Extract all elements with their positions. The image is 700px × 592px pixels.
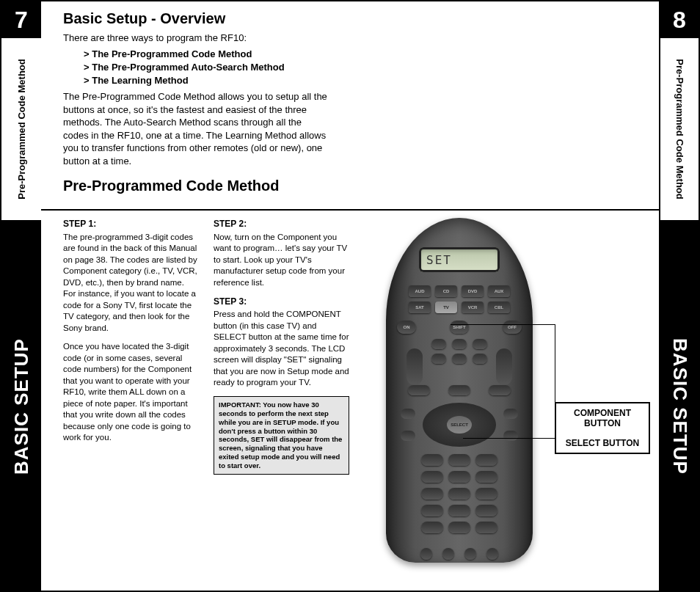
remote-body: SET AUD CD DVD AUX SAT TV VCR CBL ON (386, 218, 533, 563)
num-btn (448, 488, 470, 500)
vol-rocker (406, 348, 423, 385)
right-spine-bottom: BASIC SETUP (660, 222, 699, 591)
sub-button (442, 548, 454, 560)
rew-button (401, 409, 415, 419)
main-content: Basic Setup - Overview There are three w… (41, 1, 659, 591)
left-spine-bottom-label: BASIC SETUP (10, 338, 33, 475)
component-row-1: AUD CD DVD AUX (409, 285, 510, 297)
component-row-2: SAT TV VCR CBL (409, 302, 510, 313)
step2-heading: STEP 2: (214, 218, 349, 230)
right-spine-bottom-label: BASIC SETUP (668, 338, 691, 475)
exit-button (489, 385, 511, 395)
dvd-button: DVD (462, 285, 484, 297)
ctr-button (464, 548, 476, 560)
right-spine-top-label: Pre-Programmed Code Method (674, 59, 685, 199)
num-btn (475, 454, 497, 466)
vcr-button: VCR (462, 302, 484, 313)
stop-button (401, 431, 415, 441)
callout-component: COMPONENT BUTTON (555, 402, 650, 435)
num-btn (475, 471, 497, 483)
remote-illustration: SET AUD CD DVD AUX SAT TV VCR CBL ON (371, 218, 547, 570)
num-btn (475, 522, 497, 533)
remote-lcd: SET (419, 247, 500, 272)
callout-select-label: SELECT BUTTON (556, 434, 649, 453)
prevch-button (452, 354, 467, 364)
aud-button: AUD (409, 285, 431, 297)
step3-heading: STEP 3: (214, 296, 349, 307)
mid-btn (431, 354, 446, 364)
overview-body: The Pre-Programmed Code Method allows yo… (63, 90, 327, 167)
num-btn (448, 471, 470, 483)
callout-line-select (463, 438, 555, 439)
dpad: SELECT (423, 403, 496, 447)
left-spine-bottom: BASIC SETUP (1, 222, 41, 591)
callout-line-component (451, 324, 555, 325)
num-btn (475, 505, 497, 516)
num-btn (421, 488, 443, 500)
num-btn (421, 522, 443, 533)
step2-p1: Now, turn on the Component you want to p… (214, 232, 349, 289)
left-spine: 7 Pre-Programmed Code Method BASIC SETUP (1, 1, 41, 591)
num-btn (448, 454, 470, 466)
on-button: ON (397, 321, 416, 334)
num-btn (475, 488, 497, 500)
lower-button-grid (421, 454, 497, 533)
method-title: Pre-Programmed Code Method (63, 178, 637, 194)
mid-btn (431, 339, 446, 349)
callout-select: SELECT BUTTON (555, 434, 650, 454)
right-spine: 8 Pre-Programmed Code Method BASIC SETUP (659, 1, 699, 591)
manual-spread: 7 Pre-Programmed Code Method BASIC SETUP… (0, 0, 700, 592)
mid-btn (473, 354, 487, 364)
rear-button (486, 548, 498, 560)
power-row: ON SHIFT OFF (397, 321, 522, 334)
cbl-button: CBL (488, 302, 510, 313)
mode-button (420, 548, 432, 560)
shift-button: SHIFT (450, 321, 469, 334)
page-number-left: 7 (1, 1, 41, 38)
num-btn (421, 454, 443, 466)
cd-button: CD (435, 285, 457, 297)
steps-section: STEP 1: The pre-programmed 3-digit codes… (41, 211, 659, 591)
method-item: > The Pre-Programmed Code Method (84, 48, 637, 61)
left-spine-top: Pre-Programmed Code Method (1, 38, 41, 222)
select-button: SELECT (447, 416, 472, 434)
important-note: IMPORTANT: You now have 30 seconds to pe… (214, 396, 349, 475)
info-button (448, 385, 470, 395)
num-btn (448, 522, 470, 533)
num-btn (421, 471, 443, 483)
ff-button (503, 409, 518, 419)
step1-column: STEP 1: The pre-programmed 3-digit codes… (63, 218, 199, 475)
mid-button-grid (431, 339, 487, 364)
overview-section: Basic Setup - Overview There are three w… (41, 1, 659, 205)
mute-button (452, 339, 467, 349)
play-button (503, 431, 518, 441)
overview-title: Basic Setup - Overview (63, 10, 637, 27)
aux-button: AUX (488, 285, 510, 297)
num-btn (448, 505, 470, 516)
callout-line-component-v (555, 324, 555, 412)
bottom-round-row (420, 548, 498, 560)
tv-button: TV (435, 302, 457, 313)
step3-p1: Press and hold the COMPONENT button (in … (214, 309, 349, 389)
callout-component-label: COMPONENT BUTTON (556, 403, 649, 434)
ch-rocker (496, 348, 512, 385)
step23-column: STEP 2: Now, turn on the Component you w… (214, 218, 349, 475)
guide-button (408, 385, 430, 395)
page-number-right: 8 (660, 1, 699, 38)
methods-list: > The Pre-Programmed Code Method > The P… (84, 48, 637, 88)
guide-row (408, 385, 511, 395)
method-item: > The Learning Method (84, 74, 637, 87)
num-btn (421, 505, 443, 516)
right-spine-top: Pre-Programmed Code Method (660, 38, 699, 222)
step1-p1: The pre-programmed 3-digit codes are fou… (63, 232, 199, 335)
method-item: > The Pre-Programmed Auto-Search Method (84, 61, 637, 74)
overview-intro: There are three ways to program the RF10… (63, 32, 327, 45)
step1-p2: Once you have located the 3-digit code (… (63, 341, 199, 444)
sat-button: SAT (409, 302, 431, 313)
mid-btn (473, 339, 487, 349)
off-button: OFF (503, 321, 522, 334)
left-spine-top-label: Pre-Programmed Code Method (16, 59, 27, 199)
step1-heading: STEP 1: (63, 218, 199, 230)
